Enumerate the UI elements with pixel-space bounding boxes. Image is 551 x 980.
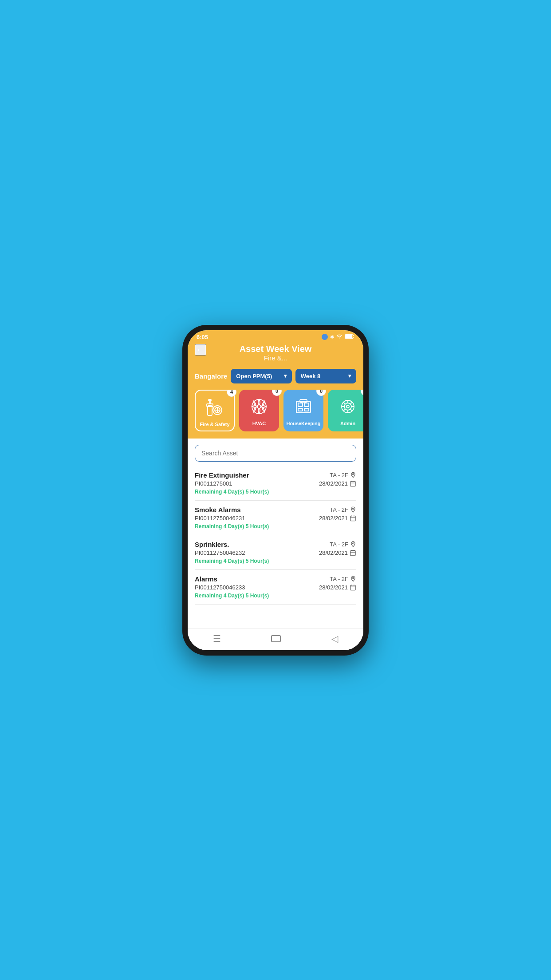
filter-row: Bangalore Open PPM(5) ▾ Week 8 ▾ bbox=[188, 369, 363, 390]
fire-safety-label: Fire & Safety bbox=[200, 422, 229, 427]
wifi-icon bbox=[336, 334, 342, 340]
menu-icon[interactable]: ☰ bbox=[213, 633, 221, 644]
svg-rect-14 bbox=[304, 403, 309, 407]
svg-rect-4 bbox=[208, 406, 212, 415]
asset-row-top-4: Alarms TA - 2F bbox=[195, 575, 356, 583]
asset-location-4: TA - 2F bbox=[330, 576, 356, 582]
asset-row-top-1: Fire Extinguisher TA - 2F bbox=[195, 471, 356, 479]
nav-bar: ☰ ◁ bbox=[188, 628, 363, 650]
asset-id-3: PI00112750046232 bbox=[195, 549, 245, 556]
hvac-badge: 0 bbox=[272, 390, 282, 396]
hvac-label: HVAC bbox=[252, 421, 266, 426]
svg-point-25 bbox=[353, 543, 354, 544]
asset-location-2: TA - 2F bbox=[330, 506, 356, 513]
svg-rect-28 bbox=[350, 585, 355, 590]
bluetooth-icon: ✱ bbox=[330, 334, 334, 340]
asset-id-4: PI00112750046233 bbox=[195, 584, 245, 591]
asset-location-3: TA - 2F bbox=[330, 541, 356, 548]
asset-date-3: 28/02/2021 bbox=[319, 549, 356, 556]
asset-id-2: PI00112750046231 bbox=[195, 515, 245, 522]
phone-screen: 6:05 ✱ ← Asset Week View Fire &... bbox=[188, 330, 363, 650]
asset-row-mid-4: PI00112750046233 28/02/2021 bbox=[195, 584, 356, 591]
battery-icon bbox=[345, 334, 354, 340]
back-nav-icon[interactable]: ◁ bbox=[331, 633, 338, 644]
asset-list: Fire Extinguisher TA - 2F PI0011275001 2… bbox=[188, 466, 363, 628]
admin-icon bbox=[335, 394, 360, 419]
svg-rect-17 bbox=[300, 399, 307, 402]
location-label: Bangalore bbox=[195, 372, 227, 380]
asset-date-2: 28/02/2021 bbox=[319, 515, 356, 522]
status-bar: 6:05 ✱ bbox=[188, 330, 363, 342]
asset-remaining-1: Remaining 4 Day(s) 5 Hour(s) bbox=[195, 489, 356, 495]
housekeeping-icon bbox=[291, 394, 316, 419]
asset-remaining-3: Remaining 4 Day(s) 5 Hour(s) bbox=[195, 558, 356, 564]
svg-rect-22 bbox=[350, 481, 355, 486]
hvac-icon bbox=[247, 394, 272, 419]
category-card-admin[interactable]: 1 Admin bbox=[328, 390, 363, 431]
ppm-dropdown-arrow: ▾ bbox=[284, 373, 287, 379]
fire-safety-icon bbox=[202, 395, 227, 420]
admin-badge: 1 bbox=[361, 390, 363, 396]
svg-rect-13 bbox=[298, 403, 303, 407]
asset-name-4: Alarms bbox=[195, 575, 217, 583]
header-subtitle: Fire &... bbox=[264, 354, 287, 362]
category-card-fire-safety[interactable]: 4 Fire & Safety bbox=[195, 390, 235, 431]
svg-rect-15 bbox=[298, 408, 303, 411]
asset-id-1: PI0011275001 bbox=[195, 480, 232, 487]
asset-name-1: Fire Extinguisher bbox=[195, 471, 249, 479]
asset-row-top-3: Sprinklers. TA - 2F bbox=[195, 541, 356, 548]
asset-row-mid-1: PI0011275001 28/02/2021 bbox=[195, 480, 356, 487]
notification-dot bbox=[322, 334, 328, 340]
asset-location-1: TA - 2F bbox=[330, 472, 356, 478]
category-card-housekeeping[interactable]: 0 HouseKeeping bbox=[283, 390, 323, 431]
back-button[interactable]: ← bbox=[195, 344, 206, 356]
svg-point-23 bbox=[353, 508, 354, 510]
housekeeping-label: HouseKeeping bbox=[287, 421, 321, 426]
asset-row-mid-3: PI00112750046232 28/02/2021 bbox=[195, 549, 356, 556]
search-input[interactable] bbox=[195, 445, 356, 462]
asset-row-top-2: Smoke Alarms TA - 2F bbox=[195, 506, 356, 514]
main-content: Fire Extinguisher TA - 2F PI0011275001 2… bbox=[188, 439, 363, 628]
week-dropdown-arrow: ▾ bbox=[348, 373, 351, 379]
asset-item-1[interactable]: Fire Extinguisher TA - 2F PI0011275001 2… bbox=[195, 466, 356, 501]
header-title: Asset Week View bbox=[240, 344, 312, 354]
asset-name-2: Smoke Alarms bbox=[195, 506, 241, 514]
svg-rect-24 bbox=[350, 516, 355, 521]
status-time: 6:05 bbox=[197, 334, 208, 340]
svg-rect-26 bbox=[350, 550, 355, 555]
search-container bbox=[188, 439, 363, 466]
ppm-label: Open PPM(5) bbox=[236, 373, 272, 379]
asset-date-1: 28/02/2021 bbox=[319, 480, 356, 487]
svg-point-20 bbox=[346, 405, 349, 408]
asset-date-4: 28/02/2021 bbox=[319, 584, 356, 591]
category-row: 4 Fire & Safety 0 bbox=[188, 390, 363, 439]
housekeeping-badge: 0 bbox=[316, 390, 326, 396]
asset-item-3[interactable]: Sprinklers. TA - 2F PI00112750046232 28/… bbox=[195, 535, 356, 570]
asset-remaining-2: Remaining 4 Day(s) 5 Hour(s) bbox=[195, 523, 356, 530]
svg-point-21 bbox=[353, 474, 354, 475]
asset-item-2[interactable]: Smoke Alarms TA - 2F PI00112750046231 28… bbox=[195, 501, 356, 535]
asset-row-mid-2: PI00112750046231 28/02/2021 bbox=[195, 515, 356, 522]
category-card-hvac[interactable]: 0 HVAC bbox=[239, 390, 279, 431]
fire-safety-badge: 4 bbox=[227, 390, 236, 397]
home-icon[interactable] bbox=[271, 635, 281, 642]
phone-device: 6:05 ✱ ← Asset Week View Fire &... bbox=[182, 325, 369, 656]
week-label: Week 8 bbox=[301, 373, 321, 379]
status-icons: ✱ bbox=[322, 334, 354, 340]
header: ← Asset Week View Fire &... bbox=[188, 342, 363, 369]
svg-rect-1 bbox=[346, 335, 352, 338]
asset-remaining-4: Remaining 4 Day(s) 5 Hour(s) bbox=[195, 593, 356, 599]
ppm-dropdown[interactable]: Open PPM(5) ▾ bbox=[231, 369, 291, 383]
svg-rect-16 bbox=[304, 408, 309, 411]
asset-item-4[interactable]: Alarms TA - 2F PI00112750046233 28/02/20… bbox=[195, 570, 356, 605]
admin-label: Admin bbox=[340, 421, 355, 426]
svg-point-19 bbox=[344, 403, 351, 410]
svg-point-27 bbox=[353, 577, 354, 579]
asset-name-3: Sprinklers. bbox=[195, 541, 229, 548]
week-dropdown[interactable]: Week 8 ▾ bbox=[295, 369, 356, 383]
